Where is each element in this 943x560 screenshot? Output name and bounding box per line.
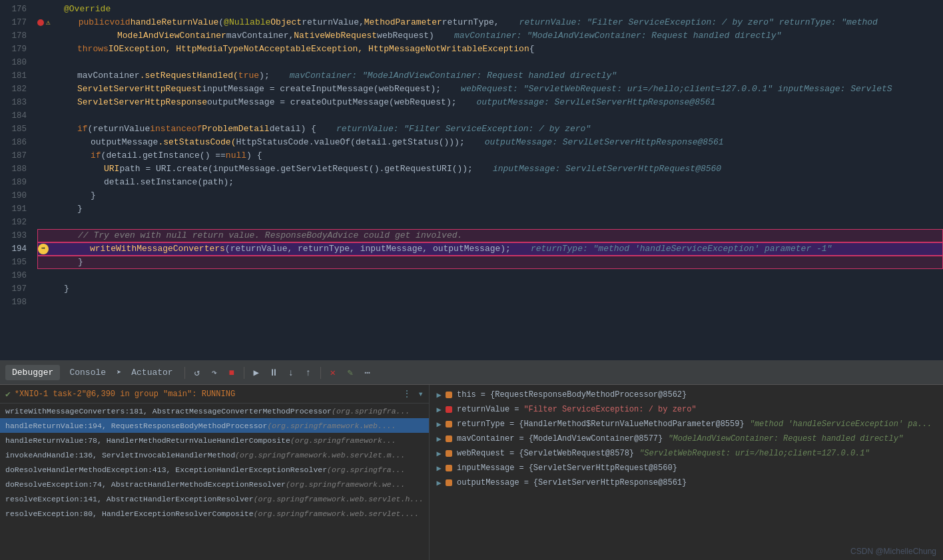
variable-name: this [457,390,476,400]
code-token: mavContainer, [226,29,294,43]
code-line: ⚠public void handleReturnValue(@Nullable… [37,16,943,29]
code-token: HttpStatusCode.valueOf(detail.getStatus(… [236,136,464,149]
stack-item[interactable]: resolveException:141, AbstractHandlerExc… [0,491,429,506]
more-button[interactable]: ⋯ [360,366,375,380]
code-token: ProblemDetail [202,123,269,136]
tab-actuator[interactable]: Actuator [125,365,179,380]
code-token: returnType, [442,16,499,29]
stack-item[interactable]: doResolveException:74, AbstractHandlerMe… [0,477,429,491]
pause-button[interactable]: ⏸ [266,366,281,380]
expand-icon[interactable]: ▶ [435,390,443,400]
run-to-cursor-button[interactable]: ▶ [249,366,264,380]
variable-item[interactable]: ▶returnType = {HandlerMethod$ReturnValue… [430,417,943,431]
line-number: 176 [0,3,27,16]
stack-frame-class: (org.springframework... [290,436,396,445]
code-line [37,269,943,282]
tab-debugger[interactable]: Debugger [5,365,60,380]
stack-item[interactable]: handleReturnValue:78, HandlerMethodRetur… [0,433,429,447]
code-token: NativeWebRequest [294,29,377,43]
code-token: void [109,16,130,29]
step-over-button[interactable]: ↷ [207,366,222,380]
variable-equals: = [509,420,514,429]
code-token: if [91,149,101,162]
line-number: 178 [0,29,27,43]
code-token: detail.setInstance(path); [104,176,234,189]
var-type-icon [446,479,452,486]
step-out-button[interactable]: ↑ [301,366,316,380]
stack-frame-class: (org.springfra... [327,465,405,474]
code-token: ServletServerHttpResponse [77,96,207,109]
variable-item[interactable]: ▶webRequest = {ServletWebRequest@8578} "… [430,446,943,461]
code-line: } [37,189,943,202]
variable-item[interactable]: ▶outputMessage = {ServletServerHttpRespo… [430,475,943,490]
code-line: URI path = URI.create(inputMessage.getSe… [37,162,943,176]
inline-hint: outputMessage: ServlLetServerHttpRespons… [477,96,716,109]
step-into-button[interactable]: ↓ [284,366,298,380]
stack-item[interactable]: handleReturnValue:194, RequestResponseBo… [0,418,429,433]
line-number: 183 [0,96,27,109]
stack-item[interactable]: writeWithMessageConverters:181, Abstract… [0,404,429,418]
code-token: } [78,256,83,269]
variable-equals: = [481,390,485,400]
code-line: throws IOException, HttpMediaTypeNotAcce… [37,43,943,56]
collapse-button[interactable]: ▾ [418,388,424,400]
variable-name: returnType [457,420,505,429]
variable-value: {ModelAndViewContainer@8577} [529,434,663,443]
stack-frame-location: invokeAndHandle:136, ServletInvocableHan… [5,451,235,459]
code-line: ServletServerHttpRequest inputMessage = … [37,83,943,96]
resume-button[interactable]: ↺ [190,366,204,380]
variable-item[interactable]: ▶inputMessage = {ServletServerHttpReques… [430,461,943,475]
var-type-icon [446,392,452,398]
variable-value: {ServletWebRequest@8578} [519,449,634,458]
variable-hint: "method 'handleServiceException' pa... [750,420,932,429]
stop-button[interactable]: ■ [224,366,239,380]
code-token: .setStatusCode( [158,136,236,149]
variable-item[interactable]: ▶returnValue = "Filter ServiceException:… [430,402,943,417]
code-token: ( [218,16,224,29]
code-token: handleReturnValue [131,16,219,29]
debugger-toolbar: Debugger Console ➤ Actuator ↺ ↷ ■ ▶ ⏸ ↓ … [0,361,943,385]
tab-console[interactable]: Console [63,365,113,380]
code-token: null [226,149,246,162]
line-number: 177 [0,16,27,29]
code-token: public [79,16,110,29]
expand-icon[interactable]: ▶ [435,434,443,444]
call-stack-panel: ✔ *XNIO-1 task-2"@6,390 in group "main":… [0,385,430,560]
variable-equals: = [519,463,523,473]
expand-icon[interactable]: ▶ [435,449,443,459]
code-token: instanceof [150,123,202,136]
stack-item[interactable]: doResolveHandlerMethodException:413, Exc… [0,462,429,477]
stack-frame-class: (org.springfra... [332,407,410,416]
expand-icon[interactable]: ▶ [435,463,443,473]
line-number: 179 [0,43,27,56]
expand-icon[interactable]: ▶ [435,405,443,415]
code-line [37,296,943,309]
debugger-content: ✔ *XNIO-1 task-2"@6,390 in group "main":… [0,385,943,560]
code-token: URI [104,162,119,176]
code-line: } [37,282,943,296]
stack-frame-class: (org.springframework.web.servlet.... [254,509,419,518]
line-number: 190 [0,189,27,202]
variable-item[interactable]: ▶this = {RequestResponseBodyMethodProces… [430,388,943,402]
code-line: ➡writeWithMessageConverters(returnValue,… [37,242,943,256]
inline-hint: returnValue: "Filter ServiceException: /… [519,16,878,29]
variable-name: returnValue [457,405,509,414]
code-line: } [37,202,943,216]
stack-item[interactable]: invokeAndHandle:136, ServletInvocableHan… [0,447,429,462]
code-line: mavContainer.setRequestHandled(true);mav… [37,69,943,83]
code-token: @Override [64,3,111,16]
code-area[interactable]: @Override⚠public void handleReturnValue(… [33,3,943,360]
variable-item[interactable]: ▶mavContainer = {ModelAndViewContainer@8… [430,431,943,446]
thread-check-icon: ✔ [5,389,11,400]
code-token: { [529,43,535,56]
watch-button[interactable]: ✎ [343,366,358,380]
inline-hint: returnValue: "Filter ServiceException: /… [336,123,591,136]
line-number: 192 [0,216,27,229]
expand-icon[interactable]: ▶ [435,420,443,429]
filter-button[interactable]: ⋮ [402,388,412,400]
variable-name: mavContainer [457,434,514,443]
stack-item[interactable]: resolveException:80, HandlerExceptionRes… [0,506,429,521]
code-token: detail) { [270,123,316,136]
evaluate-button[interactable]: ✕ [326,366,340,380]
expand-icon[interactable]: ▶ [435,478,443,488]
